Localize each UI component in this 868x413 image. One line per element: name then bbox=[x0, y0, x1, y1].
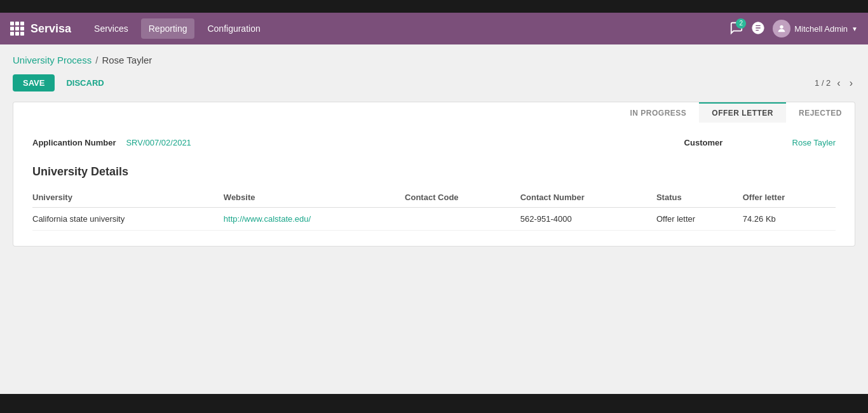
cell-university: California state university bbox=[32, 208, 224, 231]
nav-configuration[interactable]: Configuration bbox=[200, 18, 268, 39]
status-rejected[interactable]: REJECTED bbox=[786, 102, 855, 123]
breadcrumb: University Process / Rose Tayler bbox=[13, 55, 855, 65]
chat-button[interactable] bbox=[751, 21, 765, 37]
breadcrumb-separator: / bbox=[95, 55, 98, 65]
cell-offer-letter: 74.26 Kb bbox=[743, 208, 836, 231]
customer-label: Customer bbox=[684, 138, 767, 147]
nav-reporting[interactable]: Reporting bbox=[141, 18, 195, 39]
status-steps: IN PROGRESS OFFER LETTER REJECTED bbox=[617, 102, 855, 123]
col-university: University bbox=[32, 189, 224, 208]
svg-point-1 bbox=[780, 25, 783, 29]
cell-contact-code bbox=[405, 208, 520, 231]
app-number-label: Applicantion Number bbox=[32, 138, 116, 147]
pagination-count: 1 / 2 bbox=[815, 78, 831, 88]
section-title: University Details bbox=[32, 165, 836, 179]
user-menu-button[interactable]: Mitchell Admin ▼ bbox=[773, 20, 858, 37]
col-website: Website bbox=[224, 189, 405, 208]
next-page-button[interactable]: › bbox=[847, 76, 855, 90]
user-avatar bbox=[773, 20, 790, 37]
cell-status: Offer letter bbox=[656, 208, 743, 231]
col-status: Status bbox=[656, 189, 743, 208]
notification-button[interactable]: 2 bbox=[729, 21, 743, 37]
user-dropdown-icon: ▼ bbox=[851, 25, 858, 32]
discard-button[interactable]: DISCARD bbox=[60, 74, 110, 91]
col-offer-letter: Offer letter bbox=[743, 189, 836, 208]
cell-contact-number: 562-951-4000 bbox=[520, 208, 656, 231]
brand: Servisa bbox=[10, 22, 71, 36]
breadcrumb-current: Rose Tayler bbox=[102, 55, 152, 65]
app-number-value: SRV/007/02/2021 bbox=[126, 138, 191, 147]
status-offer-letter[interactable]: OFFER LETTER bbox=[699, 102, 786, 123]
col-contact-code: Contact Code bbox=[405, 189, 520, 208]
table-row: California state university http://www.c… bbox=[32, 208, 836, 231]
save-button[interactable]: SAVE bbox=[13, 74, 55, 91]
main-card: Applicantion Number SRV/007/02/2021 Cust… bbox=[13, 123, 855, 247]
nav-services[interactable]: Services bbox=[86, 18, 136, 39]
prev-page-button[interactable]: ‹ bbox=[834, 76, 843, 90]
customer-value: Rose Tayler bbox=[792, 138, 836, 147]
status-in-progress[interactable]: IN PROGRESS bbox=[617, 102, 699, 123]
university-table: University Website Contact Code Contact … bbox=[32, 189, 836, 231]
notification-badge: 2 bbox=[736, 18, 746, 29]
breadcrumb-parent[interactable]: University Process bbox=[13, 55, 92, 65]
cell-website[interactable]: http://www.calstate.edu/ bbox=[224, 208, 405, 231]
user-name: Mitchell Admin bbox=[794, 24, 848, 34]
university-details-section: University Details University Website Co… bbox=[32, 165, 836, 231]
col-contact-number: Contact Number bbox=[520, 189, 656, 208]
grid-icon[interactable] bbox=[10, 22, 24, 36]
